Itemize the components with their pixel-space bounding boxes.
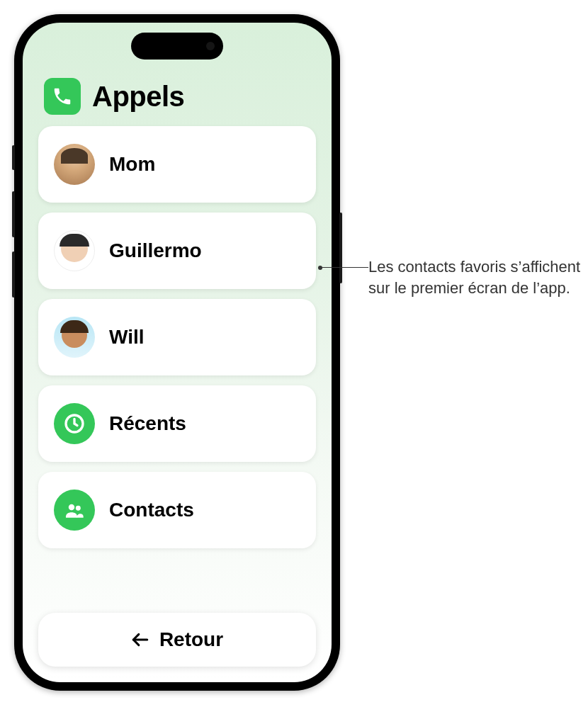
favorite-contact-will[interactable]: Will: [38, 299, 316, 375]
favorite-contact-mom[interactable]: Mom: [38, 126, 316, 203]
recents-button[interactable]: Récents: [38, 385, 316, 462]
side-button: [339, 213, 342, 283]
svg-point-1: [69, 504, 75, 511]
volume-down-button: [12, 251, 15, 298]
avatar: [54, 317, 95, 358]
favorites-list: Mom Guillermo Will Récents: [23, 126, 332, 600]
callout-leader-line: [319, 267, 368, 268]
recents-label: Récents: [109, 412, 186, 435]
back-label: Retour: [159, 628, 223, 651]
callout-text: Les contacts favoris s’affichent sur le …: [368, 256, 581, 298]
silence-switch: [12, 145, 15, 170]
bottom-bar: Retour: [23, 600, 332, 682]
contact-name-label: Guillermo: [109, 239, 202, 262]
annotation-callout: Les contacts favoris s’affichent sur le …: [368, 256, 581, 298]
page-title: Appels: [92, 81, 184, 113]
svg-point-2: [76, 506, 81, 511]
arrow-left-icon: [131, 632, 149, 647]
avatar: [54, 144, 95, 185]
phone-device-frame: Appels Mom Guillermo Will: [14, 14, 340, 691]
dynamic-island: [131, 33, 223, 60]
people-icon: [54, 490, 95, 531]
avatar: [54, 230, 95, 271]
favorite-contact-guillermo[interactable]: Guillermo: [38, 213, 316, 289]
clock-icon: [54, 403, 95, 444]
contacts-button[interactable]: Contacts: [38, 472, 316, 548]
contacts-label: Contacts: [109, 499, 194, 521]
contact-name-label: Will: [109, 326, 145, 349]
volume-up-button: [12, 191, 15, 237]
screen: Appels Mom Guillermo Will: [23, 23, 332, 682]
phone-app-icon: [44, 78, 81, 115]
back-button[interactable]: Retour: [38, 613, 316, 667]
contact-name-label: Mom: [109, 153, 155, 176]
phone-icon: [52, 86, 73, 107]
